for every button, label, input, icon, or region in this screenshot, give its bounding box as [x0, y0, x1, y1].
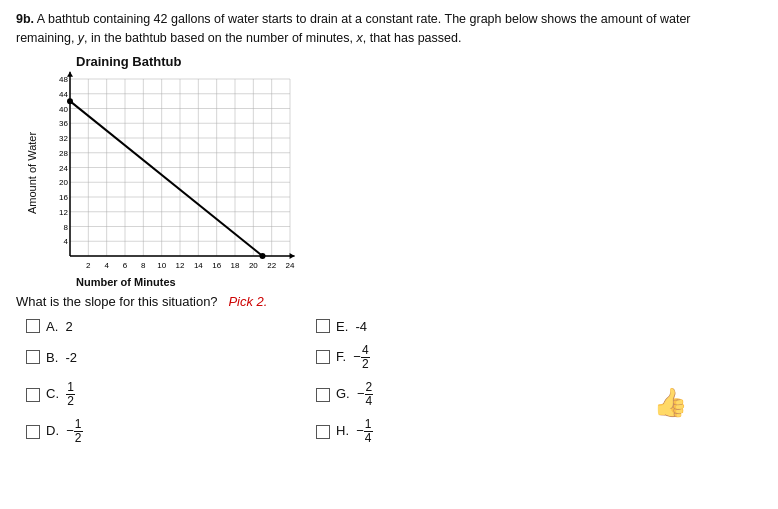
pick-label: Pick 2. — [228, 294, 267, 309]
checkbox-A[interactable] — [26, 319, 40, 333]
y-axis-label: Amount of Water — [26, 73, 38, 273]
answer-item-D: D. −12 — [26, 418, 296, 445]
frac-C: 12 — [66, 381, 75, 408]
question-text: 9b. A bathtub containing 42 gallons of w… — [16, 10, 736, 48]
answer-item-G: G. −24 — [316, 381, 586, 408]
checkbox-H[interactable] — [316, 425, 330, 439]
checkbox-F[interactable] — [316, 350, 330, 364]
checkbox-C[interactable] — [26, 388, 40, 402]
chart-area: Draining Bathtub Amount of Water Number … — [26, 54, 762, 288]
x-axis-label: Number of Minutes — [76, 276, 176, 288]
answer-item-B: B. -2 — [26, 344, 296, 371]
frac-D: 12 — [74, 418, 83, 445]
question-body: A bathtub containing 42 gallons of water… — [16, 12, 691, 45]
cursor-hand: 👍 — [653, 386, 688, 419]
answer-item-C: C. 12 — [26, 381, 296, 408]
answer-item-F: F. −42 — [316, 344, 586, 371]
answer-label-G: G. −24 — [336, 381, 373, 408]
frac-G: 24 — [365, 381, 374, 408]
answer-label-A: A. 2 — [46, 319, 73, 334]
frac-H: 14 — [364, 418, 373, 445]
answer-label-E: E. -4 — [336, 319, 367, 334]
checkbox-E[interactable] — [316, 319, 330, 333]
checkbox-G[interactable] — [316, 388, 330, 402]
answer-item-A: A. 2 — [26, 319, 296, 334]
checkbox-B[interactable] — [26, 350, 40, 364]
answer-item-E: E. -4 — [316, 319, 586, 334]
chart-canvas — [40, 71, 300, 276]
graph-wrapper — [40, 71, 300, 276]
answer-label-F: F. −42 — [336, 344, 370, 371]
chart-title: Draining Bathtub — [76, 54, 181, 69]
slope-question: What is the slope for this situation? Pi… — [16, 294, 762, 309]
answer-label-B: B. -2 — [46, 350, 77, 365]
slope-prompt: What is the slope for this situation? — [16, 294, 218, 309]
answers-grid: A. 2 E. -4 B. -2 F. −42 C. 12 G. −24 D. — [26, 319, 586, 446]
answer-item-H: H. −14 — [316, 418, 586, 445]
answer-label-D: D. −12 — [46, 418, 83, 445]
answer-label-C: C. 12 — [46, 381, 75, 408]
frac-F: 42 — [361, 344, 370, 371]
answer-label-H: H. −14 — [336, 418, 373, 445]
checkbox-D[interactable] — [26, 425, 40, 439]
chart-container: Amount of Water — [26, 71, 300, 276]
question-prefix: 9b. — [16, 12, 34, 26]
